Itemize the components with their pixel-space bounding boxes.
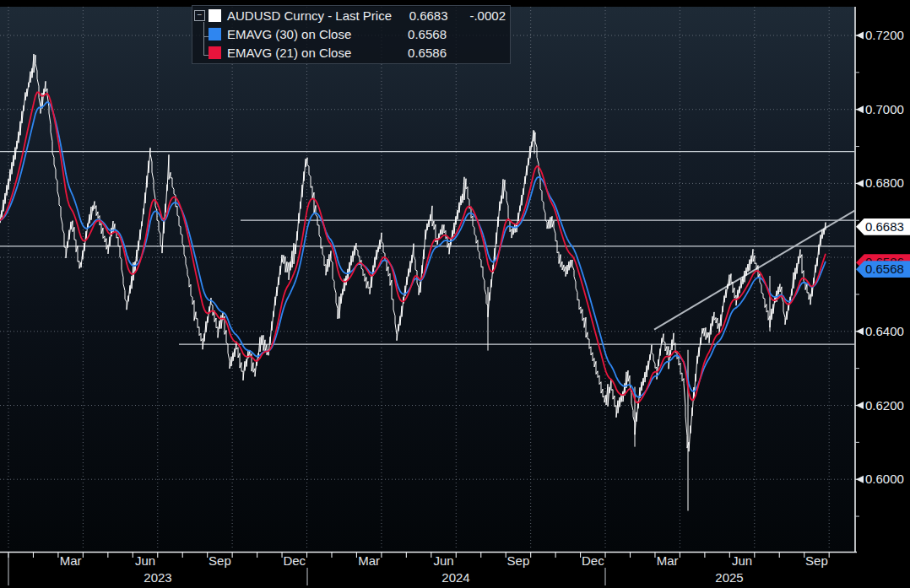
legend-value: 0.6683 (392, 8, 448, 23)
terminal-chart-window: 0.72000.70000.68000.64000.62000.6000MarJ… (0, 0, 910, 588)
legend-label: EMAVG (21) on Close (227, 46, 389, 60)
legend-value: 0.6586 (389, 46, 447, 60)
plot-background (0, 7, 854, 553)
ema21-swatch-icon (209, 46, 221, 59)
legend-row-last-price[interactable]: − AUDUSD Curncy - Last Price 0.6683 -.00… (192, 6, 510, 24)
ema30-value-badge: 0.6568 (856, 261, 910, 278)
legend-collapse-icon[interactable]: − (194, 10, 205, 21)
legend-label: EMAVG (30) on Close (227, 27, 389, 41)
price-chart (0, 0, 910, 588)
legend-label: AUDUSD Curncy - Last Price (227, 8, 392, 23)
legend-change: -.0002 (448, 8, 506, 23)
last-price-badge: 0.6683 (856, 218, 910, 235)
legend-row-ema30[interactable]: EMAVG (30) on Close 0.6568 (192, 24, 510, 43)
ema30-swatch-icon (209, 28, 221, 40)
chart-legend: − AUDUSD Curncy - Last Price 0.6683 -.00… (192, 5, 511, 64)
legend-value: 0.6568 (389, 27, 447, 41)
last-price-swatch-icon (209, 9, 221, 22)
legend-row-ema21[interactable]: EMAVG (21) on Close 0.6586 (192, 43, 510, 62)
